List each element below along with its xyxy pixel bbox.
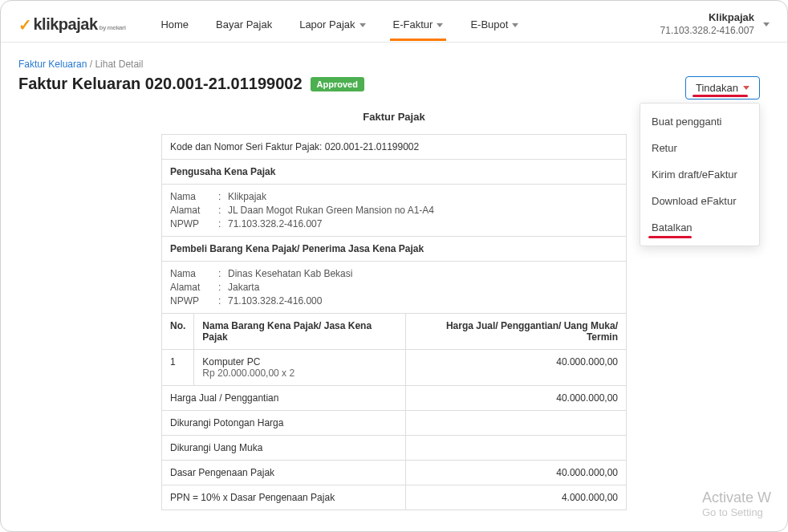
user-name: Klikpajak xyxy=(660,11,754,25)
tindakan-button[interactable]: Tindakan xyxy=(685,76,760,99)
menu-kirim-draft[interactable]: Kirim draft/eFaktur xyxy=(640,161,759,188)
buyer-section-head: Pembeli Barang Kena Pajak/ Penerima Jasa… xyxy=(162,237,627,262)
brand-subtitle: by mekari xyxy=(100,24,126,31)
nav-ebupot-label: E-Bupot xyxy=(470,18,508,30)
summary-row: Dikurangi Uang Muka xyxy=(162,436,627,461)
breadcrumb: Faktur Keluaran / Lihat Detail xyxy=(18,59,770,70)
tindakan-label: Tindakan xyxy=(696,82,738,94)
chevron-down-icon xyxy=(743,86,749,90)
nav-links: Home Bayar Pajak Lapor Pajak E-Faktur E-… xyxy=(149,9,530,40)
col-price: Harga Jual/ Penggantian/ Uang Muka/ Term… xyxy=(406,314,627,350)
chevron-down-icon xyxy=(359,23,366,27)
nav-lapor-label: Lapor Pajak xyxy=(299,18,355,30)
table-row: 1 Komputer PC Rp 20.000.000,00 x 2 40.00… xyxy=(162,350,627,386)
chevron-down-icon xyxy=(437,23,443,27)
brand-logo: ✓ klikpajak by mekari xyxy=(18,15,125,35)
col-no: No. xyxy=(162,314,194,350)
user-menu[interactable]: Klikpajak 71.103.328.2-416.007 xyxy=(660,11,770,37)
page-title-text: Faktur Keluaran 020.001-21.01199002 xyxy=(18,75,303,93)
chevron-down-icon xyxy=(512,23,518,27)
buyer-details: Nama:Dinas Kesehatan Kab Bekasi Alamat:J… xyxy=(162,262,627,314)
nav-efaktur[interactable]: E-Faktur xyxy=(382,9,455,40)
summary-row: Dikurangi Potongan Harga xyxy=(162,411,627,436)
logo-check-icon: ✓ xyxy=(18,15,32,35)
nav-bayar-pajak[interactable]: Bayar Pajak xyxy=(205,9,283,40)
summary-row: PPN = 10% x Dasar Pengenaan Pajak4.000.0… xyxy=(162,485,627,510)
nav-efaktur-label: E-Faktur xyxy=(393,18,433,30)
nav-home[interactable]: Home xyxy=(149,9,200,40)
summary-row: Harga Jual / Penggantian40.000.000,00 xyxy=(162,386,627,411)
tindakan-dropdown: Buat pengganti Retur Kirim draft/eFaktur… xyxy=(640,103,760,246)
brand-name: klikpajak xyxy=(34,15,98,34)
col-item: Nama Barang Kena Pajak/ Jasa Kena Pajak xyxy=(194,314,406,350)
doc-heading: Faktur Pajak xyxy=(161,111,627,123)
annotation-underline xyxy=(648,236,692,238)
windows-watermark: Activate W Go to Setting xyxy=(702,489,771,518)
summary-row: Dasar Pengenaan Pajak40.000.000,00 xyxy=(162,461,627,485)
menu-batalkan[interactable]: Batalkan xyxy=(640,214,759,241)
menu-batalkan-label: Batalkan xyxy=(652,221,693,234)
breadcrumb-current: Lihat Detail xyxy=(95,59,143,70)
status-badge: Approved xyxy=(311,77,364,91)
breadcrumb-link[interactable]: Faktur Keluaran xyxy=(18,59,87,70)
seller-section-head: Pengusaha Kena Pajak xyxy=(162,160,627,185)
chevron-down-icon xyxy=(763,22,770,26)
menu-buat-pengganti[interactable]: Buat pengganti xyxy=(640,108,759,135)
menu-download-efaktur[interactable]: Download eFaktur xyxy=(640,188,759,214)
faktur-document: Faktur Pajak Kode dan Nomor Seri Faktur … xyxy=(161,111,627,510)
annotation-underline xyxy=(693,95,748,97)
nav-lapor-pajak[interactable]: Lapor Pajak xyxy=(288,9,376,40)
top-nav: ✓ klikpajak by mekari Home Bayar Pajak L… xyxy=(1,1,787,43)
page-title: Faktur Keluaran 020.001-21.01199002 Appr… xyxy=(18,75,770,93)
nav-ebupot[interactable]: E-Bupot xyxy=(459,9,530,40)
user-npwp: 71.103.328.2-416.007 xyxy=(660,25,754,38)
menu-retur[interactable]: Retur xyxy=(640,135,759,161)
serial-row: Kode dan Nomor Seri Faktur Pajak: 020.00… xyxy=(162,135,627,160)
seller-details: Nama:Klikpajak Alamat:JL Daan Mogot Ruka… xyxy=(162,185,627,237)
